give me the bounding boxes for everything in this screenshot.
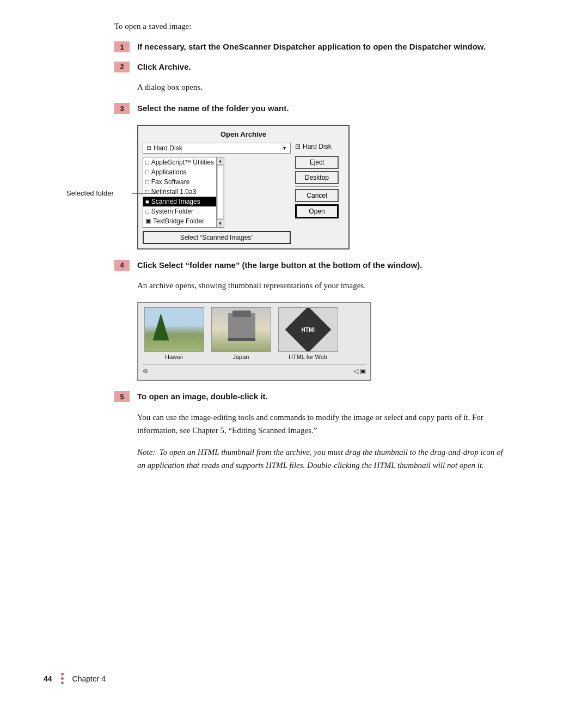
dropdown-arrow-icon: ▼ xyxy=(282,145,287,151)
file-list-wrapper: □ AppleScript™ Utilities □ Applications … xyxy=(143,157,291,228)
eject-button[interactable]: Eject xyxy=(295,156,339,169)
step4-body: An archive opens, showing thumbnail repr… xyxy=(137,279,506,292)
page-number: 44 xyxy=(44,674,52,683)
file-item-applescript[interactable]: □ AppleScript™ Utilities xyxy=(143,157,216,167)
thumbnail-gallery: Hawaii Japan HTMl HTML for Web ⊕ ◁ ▣ xyxy=(137,302,371,381)
thumbnail-hawaii[interactable]: Hawaii xyxy=(143,307,205,360)
hard-disk-icon: ⊟ xyxy=(295,143,301,150)
file-item-system[interactable]: □ System Folder xyxy=(143,206,216,216)
disk-selector[interactable]: ⊟ Hard Disk ▼ xyxy=(143,143,291,154)
dialog-right-panel: ⊟ Hard Disk Eject Desktop Cancel Open xyxy=(295,143,344,244)
thumbnail-row: Hawaii Japan HTMl HTML for Web xyxy=(143,307,366,360)
step-number-4: 4 xyxy=(114,260,130,271)
hawaii-label: Hawaii xyxy=(165,354,183,360)
step-2-text: Click Archive. xyxy=(137,61,191,74)
step-5-text: To open an image, double-click it. xyxy=(137,391,268,403)
divider xyxy=(295,186,339,187)
html-diamond-icon: HTMl xyxy=(285,307,331,352)
step-3-text: Select the name of the folder you want. xyxy=(137,102,289,115)
footer-dot-3 xyxy=(61,681,64,684)
folder-icon: □ xyxy=(145,159,149,166)
scroll-up-icon[interactable]: ▲ xyxy=(217,157,224,165)
selected-folder-label: Selected folder xyxy=(66,189,114,197)
dialog-title: Open Archive xyxy=(143,130,344,138)
gallery-scrollbar: ⊕ ◁ ▣ xyxy=(143,364,366,375)
disk-selector-label: Hard Disk xyxy=(154,144,182,152)
step-number-5: 5 xyxy=(114,391,130,402)
file-item-label: Applications xyxy=(151,168,187,176)
file-item-fax[interactable]: □ Fax Software xyxy=(143,177,216,187)
html-label-inner: HTMl xyxy=(301,326,314,332)
scroll-down-icon[interactable]: ▼ xyxy=(217,220,224,227)
japan-label: Japan xyxy=(233,354,249,360)
folder-icon: ▣ xyxy=(145,217,151,224)
html-image: HTMl xyxy=(278,307,338,352)
step-number-1: 1 xyxy=(114,41,130,52)
scrollbar[interactable]: ▲ ▼ xyxy=(217,157,224,228)
thumbnail-html[interactable]: HTMl HTML for Web xyxy=(277,307,339,360)
file-item-textbridge[interactable]: ▣ TextBridge Folder xyxy=(143,216,216,226)
dialog-container: Selected folder Open Archive ⊟ Hard Disk… xyxy=(137,125,506,249)
step-4: 4 Click Select “folder name” (the large … xyxy=(114,259,506,272)
step-5: 5 To open an image, double-click it. xyxy=(114,391,506,403)
folder-icon: □ xyxy=(145,169,149,175)
cancel-button[interactable]: Cancel xyxy=(295,189,339,202)
intro-text: To open a saved image: xyxy=(114,22,506,31)
step-number-3: 3 xyxy=(114,103,130,114)
file-item-label: Netinstall 1.0a3 xyxy=(151,188,197,196)
file-list[interactable]: □ AppleScript™ Utilities □ Applications … xyxy=(143,157,217,228)
footer-dot-2 xyxy=(61,677,64,680)
step5-body: You can use the image-editing tools and … xyxy=(137,411,506,437)
page-footer: 44 Chapter 4 xyxy=(44,673,106,684)
file-item-label: System Folder xyxy=(151,208,193,215)
footer-dot-1 xyxy=(61,673,64,675)
file-item-label: Fax Software xyxy=(151,178,190,186)
step-number-2: 2 xyxy=(114,62,130,72)
step2-body: A dialog box opens. xyxy=(137,81,506,94)
step-4-text: Click Select “folder name” (the large bu… xyxy=(137,259,422,272)
desktop-button[interactable]: Desktop xyxy=(295,171,339,184)
gallery-scroll-left-icon[interactable]: ⊕ xyxy=(143,367,148,375)
open-button[interactable]: Open xyxy=(295,204,339,218)
selected-folder-line xyxy=(132,193,156,194)
html-label: HTML for Web xyxy=(289,354,327,360)
step-1: 1 If necessary, start the OneScanner Dis… xyxy=(114,41,506,53)
step-3: 3 Select the name of the folder you want… xyxy=(114,102,506,115)
file-item-label: Scanned Images xyxy=(151,198,200,205)
file-item-label: TextBridge Folder xyxy=(153,217,204,225)
step5-note: Note: To open an HTML thumbnail from the… xyxy=(137,446,506,472)
file-item-label: AppleScript™ Utilities xyxy=(151,159,214,166)
folder-icon: □ xyxy=(145,188,149,195)
file-item-scanned-images[interactable]: ■ Scanned Images xyxy=(143,197,216,206)
step-2: 2 Click Archive. xyxy=(114,61,506,74)
hawaii-image xyxy=(144,307,204,352)
folder-icon: □ xyxy=(145,179,149,185)
thumbnail-japan[interactable]: Japan xyxy=(210,307,272,360)
file-item-applications[interactable]: □ Applications xyxy=(143,167,216,177)
select-scanned-images-button[interactable]: Select “Scanned Images” xyxy=(143,231,291,244)
folder-filled-icon: ■ xyxy=(145,198,149,205)
japan-image xyxy=(211,307,271,352)
gallery-scroll-right-icons[interactable]: ◁ ▣ xyxy=(353,367,366,375)
step-1-text: If necessary, start the OneScanner Dispa… xyxy=(137,41,486,53)
file-item-netinstall[interactable]: □ Netinstall 1.0a3 xyxy=(143,187,216,197)
folder-icon: □ xyxy=(145,208,149,215)
scroll-thumb xyxy=(218,166,223,218)
open-archive-dialog: Open Archive ⊟ Hard Disk ▼ □ AppleScript… xyxy=(137,125,350,249)
disk-icon: ⊟ xyxy=(146,144,151,151)
footer-dots xyxy=(61,673,64,684)
chapter-label: Chapter 4 xyxy=(72,674,106,683)
hard-disk-right-label: ⊟ Hard Disk xyxy=(295,143,332,150)
